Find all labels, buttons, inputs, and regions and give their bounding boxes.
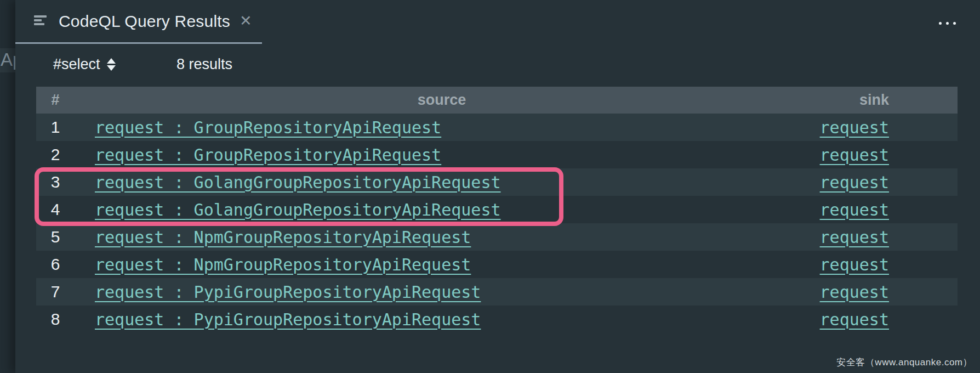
results-toolbar: #select 8 results [15, 53, 980, 76]
background-editor-text: Ap [1, 49, 15, 70]
select-dropdown[interactable]: #select [53, 53, 116, 76]
table-row: 6request : NpmGroupRepositoryApiRequestr… [36, 251, 958, 278]
row-index: 4 [36, 200, 75, 219]
query-results-icon [34, 15, 47, 27]
sink-link[interactable]: request [820, 228, 889, 247]
results-panel: CodeQL Query Results ✕ #select 8 results… [15, 0, 980, 373]
background-editor-strip: Ap [0, 0, 15, 373]
results-table: # source sink 1request : GroupRepository… [36, 87, 958, 333]
column-header-sink[interactable]: sink [809, 92, 958, 109]
background-editor-text-chip: Ap [0, 48, 15, 72]
close-icon[interactable]: ✕ [240, 14, 252, 29]
row-index: 6 [36, 255, 75, 274]
more-actions-button[interactable] [937, 20, 958, 27]
results-count: 8 results [176, 53, 232, 76]
table-row: 3request : GolangGroupRepositoryApiReque… [36, 168, 958, 196]
source-link[interactable]: request : GroupRepositoryApiRequest [95, 118, 441, 137]
source-link[interactable]: request : PypiGroupRepositoryApiRequest [95, 310, 481, 329]
source-link[interactable]: request : GolangGroupRepositoryApiReques… [95, 173, 501, 192]
sink-link[interactable]: request [820, 200, 889, 219]
table-row: 1request : GroupRepositoryApiRequestrequ… [36, 114, 958, 141]
sink-link[interactable]: request [820, 173, 889, 192]
source-link[interactable]: request : PypiGroupRepositoryApiRequest [95, 282, 481, 302]
table-row: 7request : PypiGroupRepositoryApiRequest… [36, 278, 958, 306]
codeql-results-window: Ap CodeQL Query Results ✕ #select 8 resu… [0, 0, 980, 373]
table-row: 4request : GolangGroupRepositoryApiReque… [36, 196, 958, 223]
watermark: 安全客（www.anquanke.com） [836, 356, 972, 369]
tab-title: CodeQL Query Results [59, 12, 230, 31]
source-link[interactable]: request : NpmGroupRepositoryApiRequest [95, 255, 471, 274]
sort-icon[interactable] [107, 58, 116, 71]
sink-link[interactable]: request [820, 282, 889, 302]
sink-link[interactable]: request [820, 255, 889, 274]
row-index: 2 [36, 145, 75, 164]
sink-link[interactable]: request [820, 310, 889, 329]
row-index: 3 [36, 173, 75, 191]
table-row: 2request : GroupRepositoryApiRequestrequ… [36, 141, 958, 168]
table-body: 1request : GroupRepositoryApiRequestrequ… [36, 114, 958, 333]
sink-link[interactable]: request [820, 118, 889, 137]
row-index: 1 [36, 118, 75, 137]
table-row: 5request : NpmGroupRepositoryApiRequestr… [36, 223, 958, 251]
tab-codeql-query-results[interactable]: CodeQL Query Results ✕ [15, 0, 262, 44]
table-row: 8request : PypiGroupRepositoryApiRequest… [36, 306, 958, 333]
table-header: # source sink [36, 87, 958, 114]
source-link[interactable]: request : GroupRepositoryApiRequest [95, 145, 441, 165]
source-link[interactable]: request : NpmGroupRepositoryApiRequest [95, 228, 471, 247]
column-header-index[interactable]: # [36, 92, 75, 109]
sink-link[interactable]: request [820, 145, 889, 165]
row-index: 5 [36, 228, 75, 246]
select-label: #select [53, 56, 100, 73]
column-header-source[interactable]: source [75, 92, 809, 109]
row-index: 8 [36, 310, 75, 329]
source-link[interactable]: request : GolangGroupRepositoryApiReques… [95, 200, 501, 219]
row-index: 7 [36, 282, 75, 301]
